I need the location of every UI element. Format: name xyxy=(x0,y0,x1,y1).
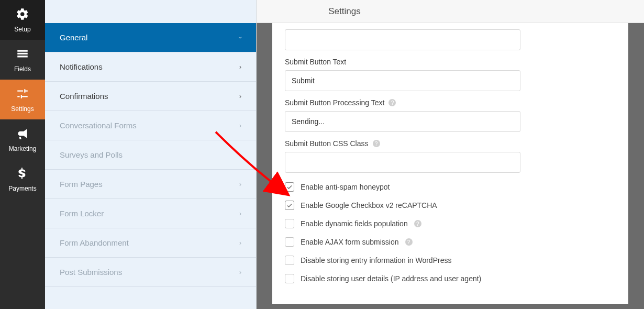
chevron-right-icon: › xyxy=(239,181,241,188)
panel-item-label: Conversational Forms xyxy=(60,121,137,130)
check-row-ajax: Enable AJAX form submission ? xyxy=(285,237,616,247)
checkbox-recaptcha[interactable] xyxy=(285,201,294,210)
check-row-recaptcha: Enable Google Checkbox v2 reCAPTCHA xyxy=(285,201,616,210)
chevron-right-icon: › xyxy=(239,122,241,129)
check-row-honeypot: Enable anti-spam honeypot xyxy=(285,182,616,192)
sidebar-item-label: Marketing xyxy=(9,145,37,152)
form-group-submit-text: Submit Button Text xyxy=(285,58,616,91)
panel-item-label: Notifications xyxy=(60,62,103,71)
chevron-right-icon: › xyxy=(239,239,241,247)
css-class-input[interactable] xyxy=(285,152,520,173)
panel-item-label: General xyxy=(60,33,87,42)
form-group-css-class: Submit Button CSS Class ? xyxy=(285,139,616,173)
panel-spacer xyxy=(45,0,256,23)
help-icon[interactable]: ? xyxy=(373,140,380,147)
panel-item-form-abandonment[interactable]: Form Abandonment › xyxy=(45,228,256,258)
chevron-right-icon: › xyxy=(239,63,241,71)
check-label: Enable AJAX form submission xyxy=(301,238,399,246)
submit-text-label: Submit Button Text xyxy=(285,58,616,66)
panel-item-label: Form Pages xyxy=(60,180,103,189)
panel-item-post-submissions[interactable]: Post Submissions › xyxy=(45,258,256,287)
sidebar-item-label: Setup xyxy=(14,26,30,33)
panel-item-label: Post Submissions xyxy=(60,268,122,277)
top-input[interactable] xyxy=(285,29,520,50)
settings-panel: General › Notifications › Confirmations … xyxy=(45,0,257,309)
panel-item-label: Form Abandonment xyxy=(60,238,129,247)
checkbox-list: Enable anti-spam honeypot Enable Google … xyxy=(285,182,616,283)
sidebar-item-marketing[interactable]: Marketing xyxy=(0,119,45,159)
checkbox-ajax[interactable] xyxy=(285,237,294,247)
check-label: Enable dynamic fields population xyxy=(301,219,408,228)
page-title: Settings xyxy=(328,6,360,17)
help-icon[interactable]: ? xyxy=(414,220,421,227)
panel-item-conversational-forms[interactable]: Conversational Forms › xyxy=(45,111,256,140)
submit-text-input[interactable] xyxy=(285,70,520,91)
panel-item-surveys-polls[interactable]: Surveys and Polls › xyxy=(45,140,256,170)
chevron-down-icon: › xyxy=(237,37,244,39)
chevron-right-icon: › xyxy=(239,210,241,217)
panel-item-confirmations[interactable]: Confirmations › xyxy=(45,82,256,111)
settings-form: Submit Button Text Submit Button Process… xyxy=(272,23,628,304)
checkbox-dynamic-fields[interactable] xyxy=(285,219,294,228)
sidebar-item-label: Payments xyxy=(8,185,36,192)
gear-icon xyxy=(16,7,29,23)
main-sidebar: Setup Fields Settings Marketing Payments xyxy=(0,0,45,309)
check-label: Enable Google Checkbox v2 reCAPTCHA xyxy=(301,201,437,209)
sidebar-item-setup[interactable]: Setup xyxy=(0,0,45,40)
check-label: Disable storing user details (IP address… xyxy=(301,274,481,283)
panel-item-label: Confirmations xyxy=(60,92,108,101)
form-group-top xyxy=(285,29,616,50)
bullhorn-icon xyxy=(16,127,29,142)
form-group-processing-text: Submit Button Processing Text ? xyxy=(285,98,616,132)
sidebar-item-settings[interactable]: Settings xyxy=(0,80,45,119)
check-row-disable-entry: Disable storing entry information in Wor… xyxy=(285,256,616,265)
panel-item-general[interactable]: General › xyxy=(45,23,256,52)
help-icon[interactable]: ? xyxy=(388,99,396,106)
sidebar-item-fields[interactable]: Fields xyxy=(0,40,45,80)
check-label: Enable anti-spam honeypot xyxy=(301,183,390,191)
panel-item-form-locker[interactable]: Form Locker › xyxy=(45,199,256,228)
sidebar-item-payments[interactable]: Payments xyxy=(0,159,45,199)
sidebar-item-label: Settings xyxy=(11,105,34,113)
check-label: Disable storing entry information in Wor… xyxy=(301,256,451,264)
css-class-label: Submit Button CSS Class xyxy=(285,139,369,148)
chevron-right-icon: › xyxy=(239,93,241,100)
check-row-disable-user-details: Disable storing user details (IP address… xyxy=(285,274,616,283)
chevron-right-icon: › xyxy=(239,151,241,159)
checkbox-disable-user-details[interactable] xyxy=(285,274,294,283)
checkbox-disable-entry[interactable] xyxy=(285,256,294,265)
help-icon[interactable]: ? xyxy=(405,238,413,246)
sidebar-item-label: Fields xyxy=(14,65,31,73)
processing-text-label: Submit Button Processing Text xyxy=(285,98,384,107)
form-icon xyxy=(16,47,29,62)
processing-text-input[interactable] xyxy=(285,111,520,132)
checkbox-honeypot[interactable] xyxy=(285,182,294,192)
check-row-dynamic-fields: Enable dynamic fields population ? xyxy=(285,219,616,228)
sliders-icon xyxy=(16,87,29,102)
panel-item-form-pages[interactable]: Form Pages › xyxy=(45,170,256,199)
content-background: Submit Button Text Submit Button Process… xyxy=(257,23,644,309)
panel-item-notifications[interactable]: Notifications › xyxy=(45,52,256,82)
chevron-right-icon: › xyxy=(239,269,241,276)
panel-item-label: Surveys and Polls xyxy=(60,150,123,159)
panel-item-label: Form Locker xyxy=(60,209,104,218)
dollar-icon xyxy=(16,167,29,182)
